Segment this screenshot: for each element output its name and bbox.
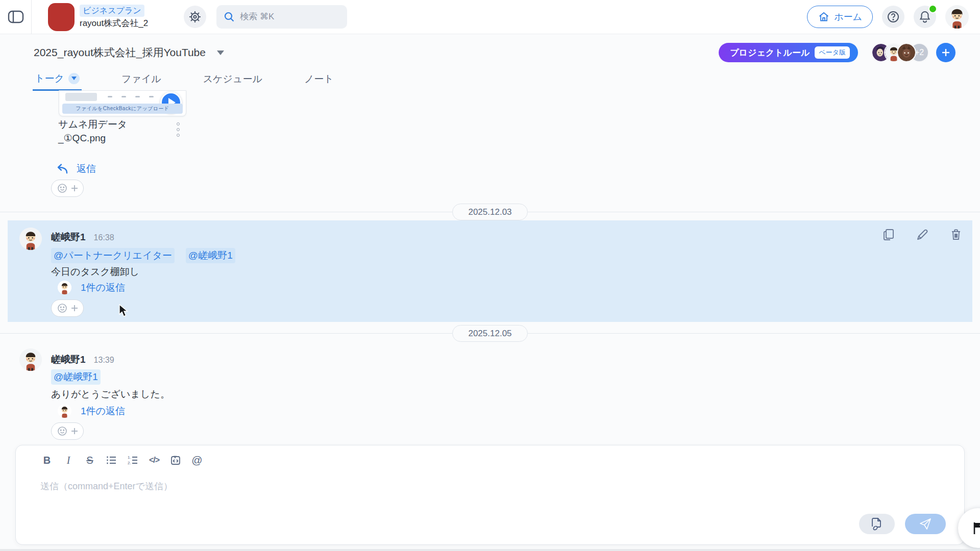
avatar[interactable] [19,228,42,250]
workspace-info: ビジネスプラン rayout株式会社_2 [80,5,148,29]
send-button[interactable] [905,514,946,534]
strikethrough-button[interactable]: S [81,452,99,469]
message-author: 嵯峨野1 [51,231,86,244]
code-block-button[interactable] [167,452,184,469]
gear-icon [188,10,202,23]
search-input[interactable] [240,12,332,22]
global-search[interactable] [216,5,347,29]
mention-link[interactable]: @嵯峨野1 [186,248,235,263]
attach-file-button[interactable] [859,514,895,534]
message-text: ありがとうございました。 [51,388,170,401]
bold-button[interactable]: B [38,452,56,469]
paper-plane-icon [918,517,933,531]
numbered-list-button[interactable]: 1. 2. [124,452,141,469]
project-rules-button[interactable]: プロジェクトルール ベータ版 [719,43,858,62]
user-avatar[interactable] [945,5,969,29]
screen-edge [0,549,980,551]
mention-row: @嵯峨野1 [51,369,101,385]
project-header-right: プロジェクトルール ベータ版 [719,43,955,62]
app-window: ビジネスプラン rayout株式会社_2 [0,0,980,551]
chevron-down-icon[interactable] [68,73,80,84]
beta-badge: ベータ版 [815,46,850,59]
italic-button[interactable]: I [60,452,77,469]
tab-schedule-label: スケジュール [203,72,262,86]
project-header: 2025_rayout株式会社_採用YouTube プロジェクトルール ベータ版 [0,40,980,65]
home-button[interactable]: ホーム [807,6,873,28]
mention-link[interactable]: @嵯峨野1 [51,369,101,385]
delete-button[interactable] [949,228,963,242]
message-header: 嵯峨野1 16:38 [51,231,114,244]
tab-files[interactable]: ファイル [119,67,163,91]
notification-dot [928,5,937,13]
thread-avatar [58,404,71,418]
plan-badge: ビジネスプラン [80,5,144,16]
flag-icon [970,520,980,536]
thread-replies-link[interactable]: 1件の返信 [58,281,125,294]
workspace-logo[interactable] [48,3,75,31]
add-reaction-button[interactable] [51,422,84,440]
plus-icon [71,428,78,435]
member-avatar-stack[interactable]: +2 [871,43,929,62]
tab-notes[interactable]: ノート [302,67,336,91]
home-label: ホーム [834,11,862,23]
message-hover-actions [881,228,963,242]
filename-line-1: サムネ用データ [58,117,127,131]
notifications-button[interactable] [914,6,936,28]
attachment-thumbnail[interactable]: ファイルをCheckBackにアップロード [59,90,186,116]
project-rules-label: プロジェクトルール [730,47,810,59]
project-title-caret-icon[interactable] [217,51,224,55]
thread-replies-link[interactable]: 1件の返信 [58,404,125,418]
reply-arrow-icon [55,163,68,175]
composer-actions [859,514,946,534]
plus-icon [941,48,950,57]
avatar[interactable] [19,348,42,371]
file-link-icon [870,517,884,531]
add-reaction-button[interactable] [51,299,84,317]
inline-code-button[interactable]: </> [145,452,163,469]
reply-button[interactable]: 返信 [55,162,96,176]
add-member-button[interactable] [936,43,955,62]
chat-message[interactable]: 嵯峨野1 13:39 @嵯峨野1 ありがとうございました。 1件の返信 [0,341,980,443]
copy-button[interactable] [881,228,896,242]
mention-row: @パートナークリエイター @嵯峨野1 [51,248,235,263]
thread-count-label: 1件の返信 [81,281,125,294]
tab-schedule[interactable]: スケジュール [201,67,264,91]
tab-talk[interactable]: トーク [33,67,82,91]
message-composer: B I S 1. 2. </> [15,445,965,545]
thread-count-label: 1件の返信 [81,405,125,418]
date-divider: 2025.12.05 [0,325,980,342]
formatting-toolbar: B I S 1. 2. </> [38,452,206,469]
bullet-list-button[interactable] [103,452,120,469]
settings-button[interactable] [184,6,206,28]
message-author: 嵯峨野1 [51,353,86,366]
message-time: 16:38 [94,233,114,242]
chat-message-highlighted[interactable]: 嵯峨野1 16:38 @パートナークリエイター @嵯峨野1 今日のタスク棚卸し … [8,220,972,322]
thumbnail-caption: ファイルをCheckBackにアップロード [62,104,183,114]
add-reaction-button[interactable] [51,180,84,197]
mention-button[interactable]: @ [188,452,206,469]
plus-icon [71,305,78,312]
project-title: 2025_rayout株式会社_採用YouTube [34,45,206,60]
member-avatar [897,43,916,62]
tab-files-label: ファイル [121,72,161,86]
attachment-menu-button[interactable] [177,122,180,137]
smiley-icon [57,303,67,313]
date-divider: 2025.12.03 [0,204,980,220]
svg-text:2.: 2. [128,461,131,465]
mouse-cursor [118,304,131,317]
message-time: 13:39 [94,356,114,365]
plus-icon [71,185,78,192]
reply-label: 返信 [77,162,96,176]
mention-link[interactable]: @パートナークリエイター [51,248,175,263]
project-tabs: トーク ファイル スケジュール ノート [0,67,980,91]
edit-button[interactable] [915,228,929,242]
svg-text:1.: 1. [128,455,131,460]
sidebar-toggle-button[interactable] [0,0,32,34]
help-icon [886,10,900,24]
message-input[interactable] [40,480,806,521]
header-right-group: ホーム [807,5,980,29]
thumbnail-content-dashes [108,96,167,97]
attachment-filename[interactable]: サムネ用データ _①QC.png [58,117,127,145]
help-button[interactable] [882,6,904,28]
thread-avatar [58,281,71,294]
